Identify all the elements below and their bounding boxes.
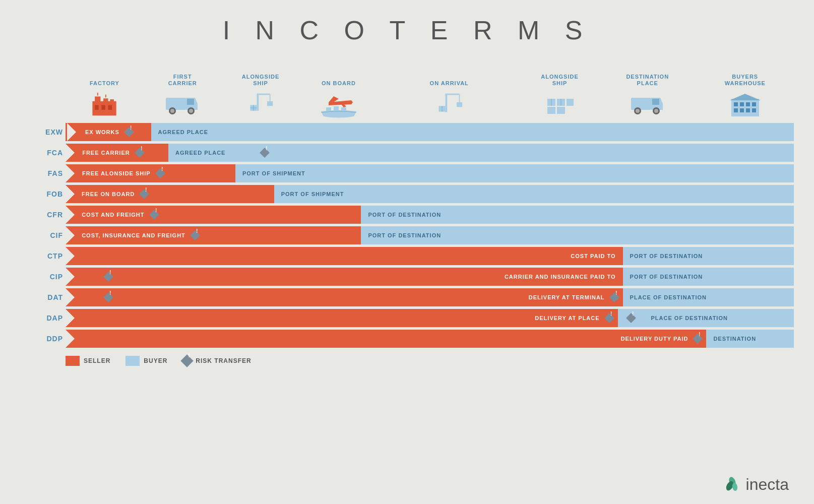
dat-arrow [66, 288, 76, 306]
fob-label: FOB [20, 190, 66, 198]
col-buyers-warehouse: BUYERSWAREHOUSE [697, 74, 794, 120]
fca-text: FREE CARRIER [78, 150, 134, 156]
cif-bar: COST, INSURANCE AND FREIGHT ! PORT OF DE… [66, 226, 794, 244]
dat-bar: ! DELIVERY AT TERMINAL ! PLACE OF DESTIN… [66, 288, 794, 306]
cip-text: CARRIER AND INSURANCE PAID TO [500, 274, 620, 280]
ddp-text: DELIVERY DUTY PAID [617, 336, 693, 342]
crane-icon [435, 90, 463, 120]
fca-seller-bar: FREE CARRIER ! [75, 144, 168, 162]
exw-buyer-text: AGREED PLACE [154, 129, 212, 135]
svg-point-49 [654, 109, 658, 113]
truck-icon [165, 90, 200, 120]
dap-buyer-text: PLACE OF DESTINATION [647, 315, 732, 321]
fas-label: FAS [20, 169, 66, 177]
col-on-board-label: ON BOARD [322, 80, 356, 87]
dap-text: DELIVERY AT PLACE [531, 315, 603, 321]
cip-buyer-text: PORT OF DESTINATION [626, 274, 707, 280]
cif-buyer-text: PORT OF DESTINATION [364, 232, 445, 238]
fob-buyer-text: PORT OF SHIPMENT [277, 191, 348, 197]
fca-buyer-bar1: AGREED PLACE [168, 144, 252, 162]
ddp-bar: DELIVERY DUTY PAID ! DESTINATION [66, 330, 794, 348]
svg-point-15 [189, 109, 193, 113]
ctp-label: CTP [20, 252, 66, 260]
fas-bar: FREE ALONSIDE SHIP ! PORT OF SHIPMENT [66, 164, 794, 182]
fas-buyer-rest [344, 164, 794, 182]
col-on-board: ON BOARD [299, 80, 378, 120]
cif-arrow [66, 226, 75, 244]
svg-rect-5 [102, 105, 106, 109]
row-dap: DAP DELIVERY AT PLACE ! ! [20, 308, 794, 328]
svg-rect-57 [740, 108, 744, 112]
cif-buyer-bar: PORT OF DESTINATION [361, 226, 489, 244]
column-headers: FACTORY [66, 54, 794, 120]
cfr-buyer-text: PORT OF DESTINATION [364, 212, 445, 218]
port-icon [246, 90, 275, 120]
ddp-buyer-bar: DESTINATION [706, 330, 794, 348]
page-title: I N C O T E R M S [20, 10, 794, 45]
boxes-icon [545, 90, 575, 120]
svg-rect-56 [734, 108, 738, 112]
fas-seller-bar: FREE ALONSIDE SHIP ! [75, 164, 235, 182]
cfr-text: COST AND FREIGHT [78, 212, 148, 218]
dap-buyer-bar: PLACE OF DESTINATION [644, 309, 794, 327]
cfr-label: CFR [20, 211, 66, 219]
ctp-buyer-text: PORT OF DESTINATION [626, 253, 707, 259]
svg-rect-54 [746, 102, 750, 106]
cip-buyer-bar: PORT OF DESTINATION [623, 268, 794, 286]
col-on-arrival: ON ARRIVAL [378, 80, 521, 120]
cif-label: CIF [20, 231, 66, 239]
svg-rect-6 [108, 105, 112, 109]
cip-arrow [66, 268, 76, 286]
legend: SELLER BUYER ! RISK TRANSFER [66, 356, 794, 366]
brand-logo-icon [723, 475, 742, 494]
legend-seller-box [66, 356, 80, 366]
dap-diamond-buyer: ! [618, 309, 644, 327]
diagram: FACTORY [20, 54, 794, 366]
exw-label: EXW [20, 128, 66, 136]
cfr-seller-bar: COST AND FREIGHT ! [75, 206, 361, 224]
dap-seller-bar: DELIVERY AT PLACE ! [75, 309, 617, 327]
fca-label: FCA [20, 149, 66, 157]
ddp-arrow [66, 330, 76, 348]
row-cip: CIP ! CARRIER AND INSURANCE PAID TO PORT… [20, 267, 794, 286]
page: I N C O T E R M S FACTORY [0, 0, 814, 504]
fob-seller-bar: FREE ON BOARD ! [75, 185, 274, 203]
exw-bar: EX WORKS ! AGREED PLACE [66, 123, 794, 141]
row-ddp: DDP DELIVERY DUTY PAID ! DESTINATION [20, 329, 794, 348]
col-on-arrival-label: ON ARRIVAL [430, 80, 469, 87]
legend-seller: SELLER [66, 356, 110, 366]
svg-rect-30 [446, 94, 448, 112]
dat-diamond: ! [76, 288, 142, 306]
svg-rect-40 [567, 99, 574, 106]
ddp-seller-bar: DELIVERY DUTY PAID ! [76, 330, 706, 348]
ddp-label: DDP [20, 335, 66, 343]
col-first-carrier: FIRSTCARRIER [144, 74, 222, 120]
exw-buyer-bar: AGREED PLACE [151, 123, 794, 141]
dat-seller-bar: DELIVERY AT TERMINAL ! [142, 288, 623, 306]
legend-risk-label: RISK TRANSFER [196, 357, 251, 364]
svg-rect-11 [187, 99, 194, 105]
legend-buyer-box [126, 356, 140, 366]
ctp-bar: COST PAID TO PORT OF DESTINATION [66, 247, 794, 265]
svg-rect-53 [740, 102, 744, 106]
legend-risk: ! RISK TRANSFER [182, 356, 251, 365]
cfr-buyer-bar: PORT OF DESTINATION [361, 206, 489, 224]
ctp-seller-bar: COST PAID TO [76, 247, 623, 265]
cip-bar: ! CARRIER AND INSURANCE PAID TO PORT OF … [66, 268, 794, 286]
row-exw: EXW EX WORKS ! AGREED PLACE [20, 122, 794, 142]
brand-name: inecta [746, 475, 789, 494]
dap-label: DAP [20, 314, 66, 322]
fas-text: FREE ALONSIDE SHIP [78, 170, 155, 176]
fob-bar: FREE ON BOARD ! PORT OF SHIPMENT [66, 185, 794, 203]
dap-bar: DELIVERY AT PLACE ! ! PLACE OF DESTINATI… [66, 309, 794, 327]
dat-buyer-bar: PLACE OF DESTINATION [623, 288, 794, 306]
svg-rect-59 [752, 108, 756, 112]
ddp-buyer-text: DESTINATION [709, 336, 760, 342]
cip-seller-bar: CARRIER AND INSURANCE PAID TO [142, 268, 623, 286]
row-ctp: CTP COST PAID TO PORT OF DESTINATION [20, 246, 794, 266]
fca-buyer-text: AGREED PLACE [171, 150, 229, 156]
col-dest-label: DESTINATIONPLACE [626, 74, 669, 87]
svg-point-47 [636, 109, 640, 113]
dat-buyer-text: PLACE OF DESTINATION [626, 294, 711, 300]
col-destination-place: DESTINATIONPLACE [599, 74, 697, 120]
